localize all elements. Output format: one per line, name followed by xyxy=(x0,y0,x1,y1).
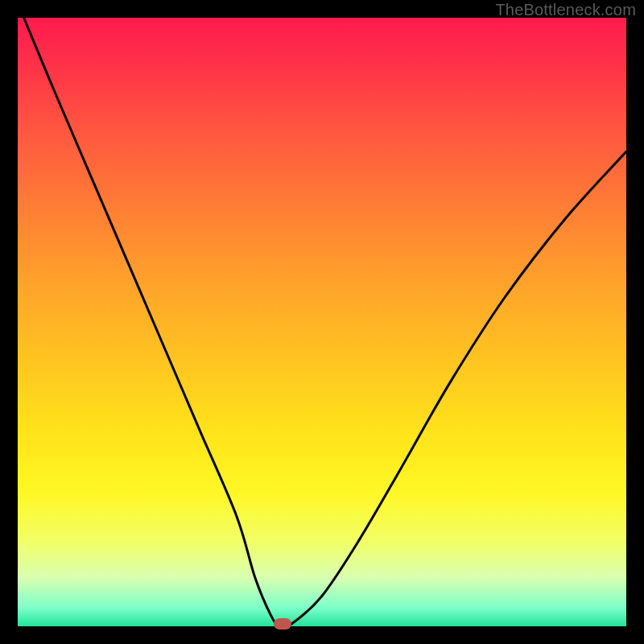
minimum-marker xyxy=(274,618,291,630)
bottleneck-curve xyxy=(24,18,626,628)
plot-area xyxy=(18,18,626,626)
curve-svg xyxy=(18,18,626,626)
chart-frame: TheBottleneck.com xyxy=(0,0,644,644)
watermark-text: TheBottleneck.com xyxy=(495,1,636,19)
